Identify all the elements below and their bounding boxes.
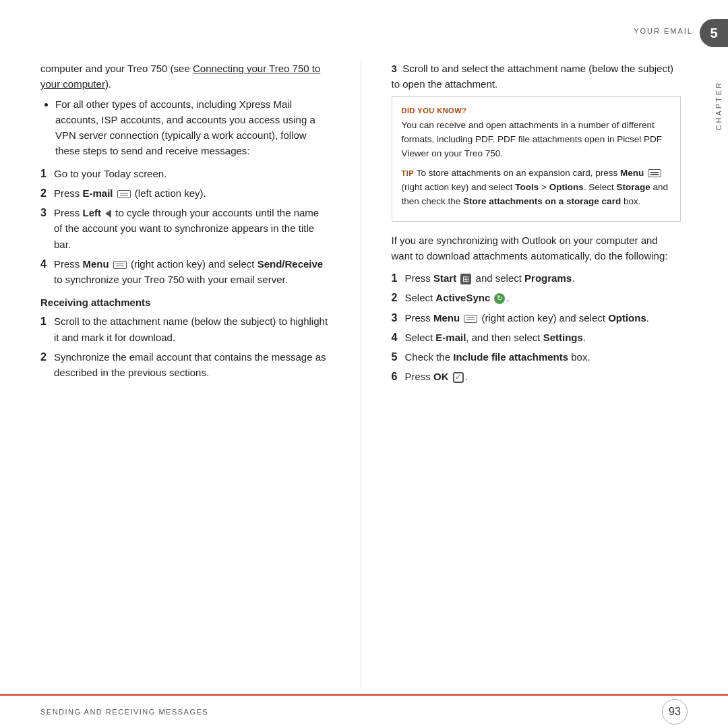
sync-menu-icon xyxy=(464,315,477,323)
sync-step-4: 4 Select E-mail, and then select Setting… xyxy=(392,330,681,345)
chapter-badge: 5 xyxy=(700,19,728,47)
bullet-item-1: For all other types of accounts, includi… xyxy=(55,96,330,159)
ok-icon xyxy=(453,372,464,383)
step-2: 2 Press E-mail (left action key). xyxy=(40,185,330,201)
sync-step-1: 1 Press Start and select Programs. xyxy=(392,270,681,286)
step-3: 3 Press Left to cycle through your accou… xyxy=(40,205,330,252)
sync-step-3: 3 Press Menu (right action key) and sele… xyxy=(392,310,681,326)
column-divider xyxy=(361,61,361,688)
did-you-know-label: DID YOU KNOW? xyxy=(402,105,671,117)
tip-text: TIP To store attachments on an expansion… xyxy=(402,166,671,209)
left-arrow-icon xyxy=(105,210,111,218)
main-content: computer and your Treo 750 (see Connecti… xyxy=(40,61,681,688)
receiving-attachments-heading: Receiving attachments xyxy=(40,297,330,308)
intro-para: computer and your Treo 750 (see Connecti… xyxy=(40,61,330,92)
bullet-list: For all other types of accounts, includi… xyxy=(55,96,330,159)
steps-list: 1 Go to your Today screen. 2 Press E-mai… xyxy=(40,166,330,288)
step-4: 4 Press Menu (right action key) and sele… xyxy=(40,256,330,288)
info-box: DID YOU KNOW? You can receive and open a… xyxy=(392,96,681,222)
recv-step-1: 1 Scroll to the attachment name (below t… xyxy=(40,313,330,345)
email-action-icon xyxy=(117,190,131,198)
sync-step-6: 6 Press OK . xyxy=(392,369,681,384)
chapter-vertical-label: CHAPTER xyxy=(715,81,723,131)
sync-intro: If you are synchronizing with Outlook on… xyxy=(392,233,681,264)
sync-step-5: 5 Check the Include file attachments box… xyxy=(392,349,681,365)
right-column: 3 Scroll to and select the attachment na… xyxy=(382,61,681,688)
sync-step-2: 2 Select ActiveSync . xyxy=(392,290,681,305)
start-icon xyxy=(460,274,471,284)
footer: SENDING AND RECEIVING MESSAGES 93 xyxy=(0,694,728,728)
recv-step-2: 2 Synchronize the email account that con… xyxy=(40,349,330,381)
activesync-icon xyxy=(494,293,505,304)
step-1: 1 Go to your Today screen. xyxy=(40,166,330,181)
your-email-label: YOUR EMAIL xyxy=(634,27,693,35)
tip-label: TIP xyxy=(402,169,415,177)
footer-text: SENDING AND RECEIVING MESSAGES xyxy=(40,708,208,716)
right-step-3: 3 Scroll to and select the attachment na… xyxy=(392,61,681,92)
tip-menu-icon xyxy=(648,169,661,177)
left-column: computer and your Treo 750 (see Connecti… xyxy=(40,61,340,688)
chapter-number: 5 xyxy=(710,26,717,41)
receiving-steps-list: 1 Scroll to the attachment name (below t… xyxy=(40,313,330,380)
sync-steps-list: 1 Press Start and select Programs. 2 Sel… xyxy=(392,270,681,385)
did-you-know-text: You can receive and open attachments in … xyxy=(402,119,671,161)
menu-action-icon xyxy=(113,261,127,269)
page-number: 93 xyxy=(662,699,688,725)
